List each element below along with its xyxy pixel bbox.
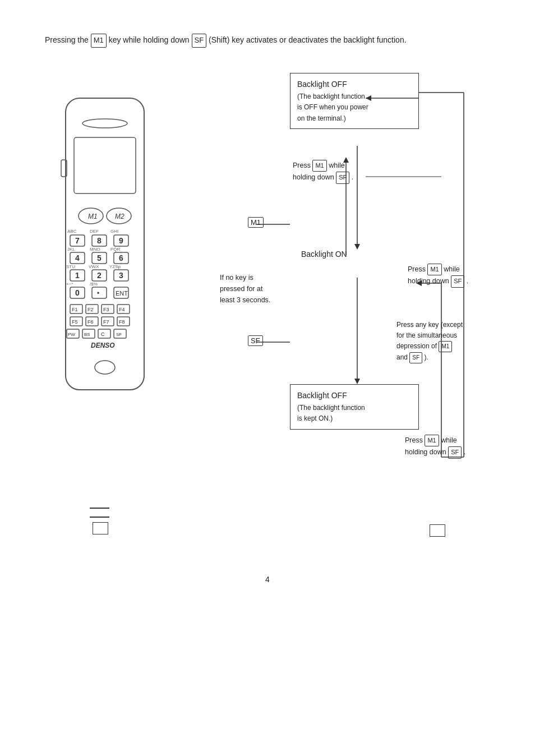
svg-text:SF: SF (116, 332, 122, 337)
svg-text:9: 9 (119, 236, 123, 245)
bottom-box-right (430, 524, 445, 537)
svg-text:JKL: JKL (67, 247, 75, 252)
device-illustration: M1 M2 ABC DEF GHI 7 8 9 JKL MNO PQR 4 (54, 93, 155, 418)
press-m1-sf-middle: Press M1 while holding down SF . (408, 264, 468, 288)
svg-text:PW: PW (68, 332, 75, 337)
svg-rect-2 (74, 137, 136, 193)
m1-key-flow: M1 (248, 217, 264, 228)
svg-text:BS: BS (84, 332, 90, 337)
svg-text:F7: F7 (103, 319, 109, 325)
svg-text:F8: F8 (119, 319, 125, 325)
svg-text:PQR: PQR (110, 247, 121, 252)
sf-key-middle: SF (451, 275, 464, 288)
svg-text:M1: M1 (88, 213, 98, 220)
press-m1-sf-top: Press M1 while holding down SF . (293, 160, 353, 184)
svg-text:0: 0 (75, 288, 80, 297)
sf-key-top: SF (336, 172, 349, 184)
sf-key-bottom: SF (448, 446, 462, 459)
page: Pressing the M1 key while holding down S… (0, 0, 535, 756)
press-m1-sf-bottom: Press M1 while holding down SF . (405, 435, 465, 459)
svg-point-68 (95, 361, 115, 374)
backlight-off-bottom-box: Backlight OFF (The backlight functionis … (290, 384, 419, 430)
bottom-section (45, 508, 490, 552)
svg-text:F1: F1 (72, 307, 78, 312)
svg-text:4: 4 (75, 253, 80, 262)
svg-text:+−*: +−* (66, 282, 73, 287)
backlight-off-top-box: Backlight OFF (The backlight functionis … (290, 73, 419, 129)
svg-marker-79 (354, 379, 360, 384)
backlight-off-bottom-desc: (The backlight functionis kept ON.) (297, 403, 412, 424)
svg-text:ENT: ENT (116, 290, 128, 297)
svg-text:1: 1 (75, 271, 80, 280)
svg-text:6: 6 (119, 253, 123, 262)
svg-text:F3: F3 (103, 307, 109, 312)
svg-text:M2: M2 (115, 213, 124, 220)
intro-paragraph: Pressing the M1 key while holding down S… (45, 34, 490, 48)
intro-text-after: (Shift) key activates or deactivates the… (206, 35, 406, 44)
intro-text-middle: key while holding down (107, 35, 192, 44)
svg-text:5: 5 (97, 253, 102, 262)
backlight-on-label: Backlight ON (290, 244, 358, 264)
sf-flow-label: SF (248, 335, 263, 346)
bottom-line-2 (90, 517, 109, 518)
if-no-key-label: If no key ispressed for atleast 3 second… (220, 272, 270, 306)
svg-text:/$%: /$% (90, 282, 98, 287)
svg-text:3: 3 (119, 271, 123, 280)
svg-text:VWX: VWX (89, 264, 99, 269)
svg-text:DENSO: DENSO (91, 342, 115, 349)
svg-text:7: 7 (75, 236, 80, 245)
m1-any-key: M1 (439, 341, 452, 352)
svg-text:•: • (97, 289, 99, 297)
m1-key-bottom: M1 (425, 435, 439, 447)
svg-text:F5: F5 (72, 319, 78, 325)
svg-text:STU: STU (66, 264, 75, 269)
svg-point-1 (82, 119, 127, 128)
svg-text:2: 2 (97, 271, 102, 280)
sf-any-key: SF (409, 352, 422, 363)
bottom-box-left (93, 522, 108, 534)
sf-key-intro: SF (192, 34, 207, 48)
svg-text:MNO: MNO (90, 247, 100, 252)
svg-text:F2: F2 (87, 307, 94, 312)
svg-text:DEF: DEF (90, 229, 99, 234)
m1-key-top: M1 (312, 160, 326, 172)
m1-flow-label: M1 (248, 217, 264, 228)
page-number: 4 (45, 575, 490, 584)
m1-key-intro: M1 (91, 34, 107, 48)
diagram-area: M1 M2 ABC DEF GHI 7 8 9 JKL MNO PQR 4 (49, 64, 486, 485)
svg-text:GHI: GHI (110, 229, 118, 234)
svg-text:F4: F4 (119, 307, 125, 312)
backlight-off-top-label: Backlight OFF (297, 78, 412, 90)
press-any-key-label: Press any key (except for the simultaneo… (396, 320, 463, 363)
svg-text:8: 8 (97, 236, 102, 245)
svg-text:YZSp: YZSp (109, 264, 121, 269)
bottom-line-1 (90, 508, 109, 509)
svg-text:ABC: ABC (67, 229, 77, 234)
sf-key-flow: SF (248, 335, 263, 346)
svg-text:F6: F6 (87, 319, 94, 325)
intro-text-before: Pressing the (45, 35, 91, 44)
svg-text:C: C (101, 331, 105, 337)
backlight-off-bottom-label: Backlight OFF (297, 389, 412, 402)
m1-key-middle: M1 (427, 264, 441, 276)
backlight-off-top-desc: (The backlight functionis OFF when you p… (297, 91, 412, 124)
